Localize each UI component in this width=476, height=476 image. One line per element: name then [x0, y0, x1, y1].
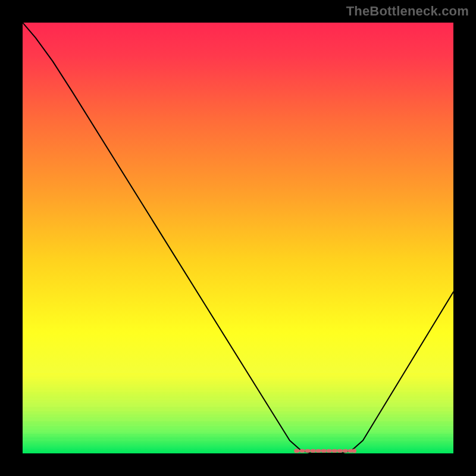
svg-point-63	[352, 449, 356, 453]
watermark-text: TheBottleneck.com	[346, 4, 469, 19]
chart-area	[23, 23, 453, 453]
svg-point-62	[294, 449, 298, 453]
bottleneck-chart	[23, 23, 453, 453]
